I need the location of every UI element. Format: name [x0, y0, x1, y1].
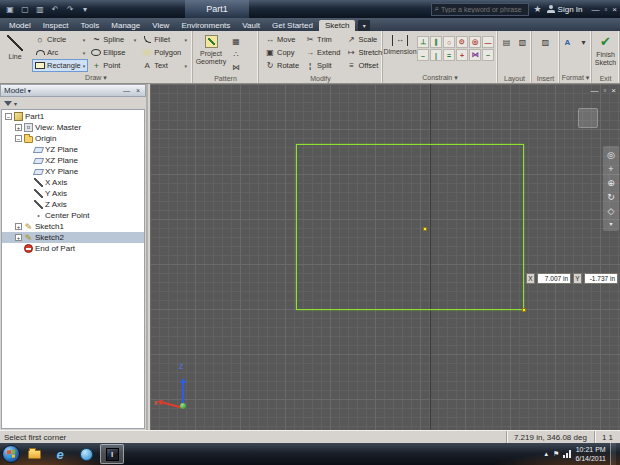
dropdown-arrow-icon[interactable]: ▾	[83, 63, 86, 69]
exit-panel-label[interactable]: Exit	[592, 75, 619, 83]
format-panel-label[interactable]: Format ▾	[560, 74, 591, 83]
move-tool-button[interactable]: Move	[262, 33, 302, 46]
viewcube[interactable]	[578, 108, 598, 128]
sign-in-button[interactable]: Sign In	[547, 5, 583, 14]
rectangle-tool-button[interactable]: Rectangle▾	[32, 59, 88, 72]
coincident-constraint-icon[interactable]: ⊙	[456, 36, 468, 48]
insert-panel-label[interactable]: Insert	[532, 75, 559, 83]
stretch-tool-button[interactable]: Stretch	[343, 46, 385, 59]
app-logo-icon[interactable]: ▣	[4, 3, 16, 15]
search-box[interactable]: ⌕	[431, 3, 529, 16]
insert-image-icon[interactable]: ▨	[539, 36, 553, 48]
x-coordinate-input[interactable]: 7.007 in	[537, 273, 571, 284]
text-tool-button[interactable]: Text▾	[139, 59, 190, 72]
trim-tool-button[interactable]: Trim	[302, 33, 343, 46]
filter-dropdown-icon[interactable]: ▾	[14, 100, 17, 107]
offset-tool-button[interactable]: Offset	[343, 59, 385, 72]
tray-expand-icon[interactable]: ▲	[543, 451, 549, 457]
constrain-panel-label[interactable]: Constrain ▾	[383, 74, 497, 83]
taskbar-clock[interactable]: 10:21 PM 6/14/2011	[575, 445, 606, 463]
tab-view[interactable]: View	[146, 20, 175, 31]
pan-icon[interactable]: +	[608, 164, 613, 174]
tree-item-part1[interactable]: −Part1	[2, 111, 144, 122]
new-file-icon[interactable]: ▢	[19, 3, 31, 15]
tree-item-end-of-part[interactable]: End of Part	[2, 243, 144, 254]
format-text-icon[interactable]: A	[561, 36, 575, 48]
taskbar-explorer-button[interactable]	[22, 444, 46, 464]
pattern-panel-label[interactable]: Pattern	[193, 75, 258, 83]
dropdown-arrow-icon[interactable]: ▾	[134, 37, 137, 43]
format-dropdown-icon[interactable]: ▾	[577, 36, 591, 48]
expand-icon[interactable]: +	[15, 223, 22, 230]
minimize-button[interactable]: —	[591, 5, 599, 14]
show-desktop-button[interactable]	[610, 443, 616, 465]
doc-minimize-icon[interactable]: —	[590, 86, 598, 95]
navbar-dropdown-icon[interactable]: ▾	[609, 220, 612, 227]
action-center-flag-icon[interactable]: ⚑	[553, 450, 559, 458]
expand-icon[interactable]: +	[15, 124, 22, 131]
horizontal-constraint-icon[interactable]: –	[417, 49, 429, 61]
steering-wheel-icon[interactable]: ◎	[607, 150, 615, 160]
tree-item-yz-plane[interactable]: YZ Plane	[2, 144, 144, 155]
tab-environments[interactable]: Environments	[175, 20, 236, 31]
tree-item-center-point[interactable]: Center Point	[2, 210, 144, 221]
tab-sketch[interactable]: Sketch	[319, 20, 355, 31]
ellipse-tool-button[interactable]: Ellipse	[88, 46, 139, 59]
qat-dropdown-icon[interactable]: ▾	[79, 3, 91, 15]
polygon-tool-button[interactable]: Polygon	[139, 46, 190, 59]
browser-close-icon[interactable]: ×	[134, 87, 142, 94]
dropdown-arrow-icon[interactable]: ▾	[184, 63, 187, 69]
tab-tools[interactable]: Tools	[75, 20, 106, 31]
fix-constraint-icon[interactable]: +	[456, 49, 468, 61]
circle-tool-button[interactable]: Circle▾	[32, 33, 88, 46]
doc-close-icon[interactable]: ×	[611, 86, 616, 95]
restore-button[interactable]: ▫	[604, 5, 607, 14]
vertical-constraint-icon[interactable]: |	[430, 49, 442, 61]
undo-icon[interactable]: ↶	[49, 3, 61, 15]
dropdown-arrow-icon[interactable]: ▾	[83, 50, 86, 56]
tab-get-started[interactable]: Get Started	[266, 20, 319, 31]
mirror-icon[interactable]: ⋈	[229, 61, 243, 73]
tab-manage[interactable]: Manage	[105, 20, 146, 31]
point-tool-button[interactable]: Point	[88, 59, 139, 72]
tree-item-origin[interactable]: −Origin	[2, 133, 144, 144]
extend-tool-button[interactable]: Extend	[302, 46, 343, 59]
sketch-canvas[interactable]: X 7.007 in Y -1.737 in — ▫ × ◎ + ⊕ ↻ ◇ ▾…	[150, 84, 620, 430]
copy-tool-button[interactable]: Copy	[262, 46, 302, 59]
close-button[interactable]: ×	[612, 5, 617, 14]
y-coordinate-input[interactable]: -1.737 in	[584, 273, 618, 284]
zoom-icon[interactable]: ⊕	[607, 178, 615, 188]
parallel-constraint-icon[interactable]: ∥	[430, 36, 442, 48]
draw-panel-label[interactable]: Draw ▾	[0, 74, 192, 83]
rectangular-pattern-icon[interactable]: ▦	[229, 35, 243, 47]
perpendicular-constraint-icon[interactable]: ⊥	[417, 36, 429, 48]
fillet-tool-button[interactable]: Fillet▾	[139, 33, 190, 46]
equal-constraint-icon[interactable]: =	[443, 49, 455, 61]
concentric-constraint-icon[interactable]: ◎	[469, 36, 481, 48]
dropdown-arrow-icon[interactable]: ▾	[184, 37, 187, 43]
sketch-block-icon[interactable]: ▤	[500, 36, 514, 48]
browser-dropdown-icon[interactable]: ▾	[28, 87, 31, 94]
taskbar-inventor-button[interactable]: I	[100, 444, 124, 464]
tree-item-x-axis[interactable]: X Axis	[2, 177, 144, 188]
dropdown-arrow-icon[interactable]: ▾	[83, 37, 86, 43]
modify-panel-label[interactable]: Modify	[259, 75, 382, 83]
tab-vault[interactable]: Vault	[236, 20, 266, 31]
save-icon[interactable]: ▥	[34, 3, 46, 15]
smooth-constraint-icon[interactable]: ~	[482, 49, 494, 61]
spline-tool-button[interactable]: Spline▾	[88, 33, 139, 46]
arc-tool-button[interactable]: Arc▾	[32, 46, 88, 59]
favorites-star-icon[interactable]: ★	[534, 4, 542, 14]
finish-sketch-button[interactable]: ✔ Finish Sketch	[592, 31, 619, 66]
taskbar-media-button[interactable]	[74, 444, 98, 464]
collinear-constraint-icon[interactable]: ―	[482, 36, 494, 48]
redo-icon[interactable]: ↷	[64, 3, 76, 15]
tab-overflow-icon[interactable]: ▾	[358, 20, 370, 31]
collapse-icon[interactable]: −	[15, 135, 22, 142]
split-tool-button[interactable]: Split	[302, 59, 343, 72]
layout-panel-label[interactable]: Layout	[498, 75, 531, 83]
expand-icon[interactable]: +	[15, 234, 22, 241]
doc-restore-icon[interactable]: ▫	[603, 86, 606, 95]
origin-point-dot[interactable]	[423, 227, 427, 231]
orbit-icon[interactable]: ↻	[607, 192, 615, 202]
